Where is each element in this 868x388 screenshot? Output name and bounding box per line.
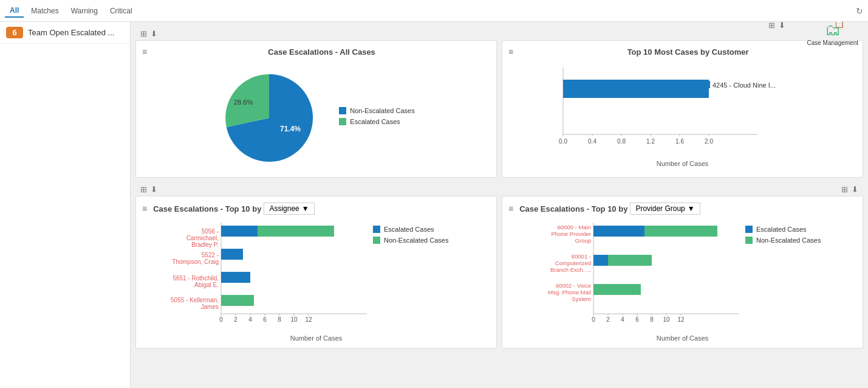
- tab-all[interactable]: All: [5, 4, 24, 18]
- tab-matches[interactable]: Matches: [26, 5, 63, 17]
- refresh-icon[interactable]: ↻: [856, 6, 863, 16]
- tab-warning[interactable]: Warning: [66, 5, 103, 17]
- filter-bar: All Matches Warning Critical ↻: [0, 0, 868, 22]
- tab-critical[interactable]: Critical: [105, 5, 137, 17]
